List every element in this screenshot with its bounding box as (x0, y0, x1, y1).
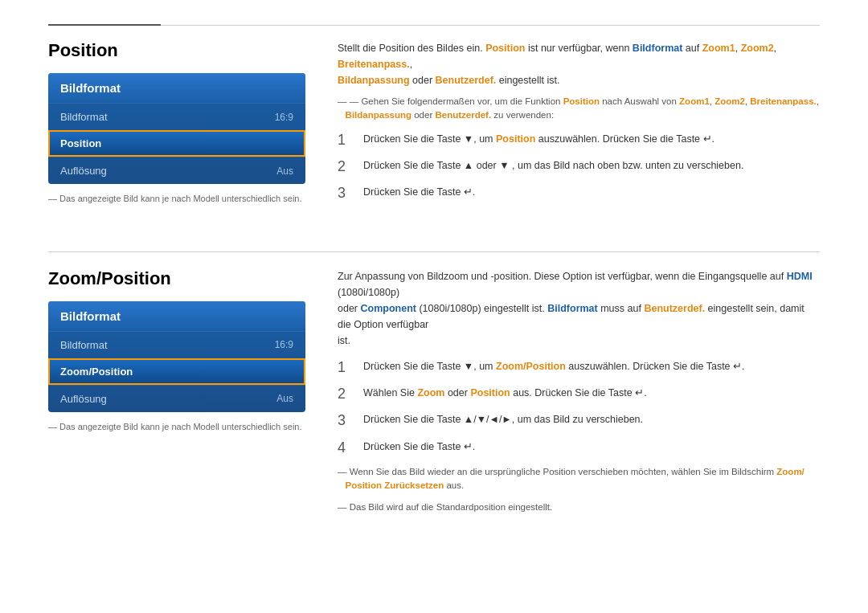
position-menu-label-position: Position (60, 137, 101, 149)
zoom-position-menu-label-bildformat: Bildformat (60, 339, 108, 351)
position-step-3-text: Drücken Sie die Taste ↵. (363, 184, 475, 200)
position-left-panel: Position Bildformat Bildformat 16:9 Posi… (48, 40, 305, 211)
position-sub-position: Position (563, 96, 600, 106)
position-step-1-text: Drücken Sie die Taste ▼, um Position aus… (363, 131, 714, 147)
position-step-1-highlight: Position (496, 133, 535, 145)
position-orange-label: Position (485, 43, 525, 54)
position-desc: Stellt die Position des Bildes ein. Posi… (338, 40, 820, 88)
zoom-position-right-panel: Zur Anpassung von Bildzoom und -position… (338, 268, 820, 521)
zoom-position-note: Das angezeigte Bild kann je nach Modell … (48, 422, 305, 431)
zoom-position-menu-value-bildformat: 16:9 (275, 339, 293, 350)
position-menu-header: Bildformat (48, 73, 305, 103)
zoom-position-menu-box: Bildformat Bildformat 16:9 Zoom/Position… (48, 301, 305, 412)
zoom-position-left-panel: Zoom/Position Bildformat Bildformat 16:9… (48, 268, 305, 521)
position-desc-bildformat: Bildformat (633, 43, 683, 54)
position-sub-benutz: Benutzerdef. (435, 110, 491, 120)
zoom-position-menu-item-zoom[interactable]: Zoom/Position (48, 358, 305, 385)
position-desc-bildanpass: Bildanpassung (338, 75, 410, 86)
zoom-position-title: Zoom/Position (48, 268, 305, 289)
position-desc-zoom1: Zoom1 (702, 43, 735, 54)
position-sub-zoom2: Zoom2 (714, 96, 745, 106)
zoom-position-step-3: 3 Drücken Sie die Taste ▲/▼/◄/►, um das … (338, 411, 820, 430)
position-step-2-text: Drücken Sie die Taste ▲ oder ▼ , um das … (363, 157, 743, 174)
position-step-1: 1 Drücken Sie die Taste ▼, um Position a… (338, 131, 820, 149)
short-rule (48, 24, 161, 26)
zoom-position-step-2: 2 Wählen Sie Zoom oder Position aus. Drü… (338, 385, 820, 403)
position-desc-breite: Breitenanpass. (338, 59, 410, 70)
zoom-position-menu-item-aufloesung[interactable]: Auflösung Aus (48, 385, 305, 412)
position-menu-item-bildformat[interactable]: Bildformat 16:9 (48, 103, 305, 130)
section-position: Position Bildformat Bildformat 16:9 Posi… (48, 40, 820, 211)
position-step-3-num: 3 (338, 184, 352, 202)
zoom-sub-note-1: ― Wenn Sie das Bild wieder an die ursprü… (338, 465, 820, 493)
position-steps: 1 Drücken Sie die Taste ▼, um Position a… (338, 131, 820, 203)
zoom-position-step-3-num: 3 (338, 411, 352, 430)
zoom-position-desc: Zur Anpassung von Bildzoom und -position… (338, 268, 820, 349)
zoom-position-step-2-text: Wählen Sie Zoom oder Position aus. Drück… (363, 385, 647, 401)
position-menu-label-aufloesung: Auflösung (60, 165, 107, 177)
zoom-desc-bildformat: Bildformat (547, 303, 598, 314)
section-divider (48, 251, 820, 252)
position-step-1-num: 1 (338, 131, 352, 149)
top-rule (48, 24, 820, 26)
zoom-position-step-1: 1 Drücken Sie die Taste ▼, um Zoom/Posit… (338, 358, 820, 377)
position-menu-item-position[interactable]: Position (48, 130, 305, 157)
position-step-3: 3 Drücken Sie die Taste ↵. (338, 184, 820, 202)
zoom-position-step-1-text: Drücken Sie die Taste ▼, um Zoom/Positio… (363, 358, 745, 374)
zoom-position-step-1-num: 1 (338, 358, 352, 377)
position-menu-label-bildformat: Bildformat (60, 111, 108, 123)
zoom-position-menu-item-bildformat[interactable]: Bildformat 16:9 (48, 331, 305, 358)
zoom-step-1-highlight: Zoom/Position (496, 361, 566, 372)
zoom-desc-component: Component (361, 303, 416, 314)
position-sub-zoom1: Zoom1 (679, 96, 710, 106)
position-note: Das angezeigte Bild kann je nach Modell … (48, 194, 305, 203)
zoom-step-2-zoom: Zoom (417, 387, 444, 398)
zoom-sub-note-2: ― Das Bild wird auf die Standardposition… (338, 500, 820, 514)
zoom-position-step-4-num: 4 (338, 439, 352, 457)
zoom-position-menu-label-zoom: Zoom/Position (60, 366, 133, 378)
zoom-position-step-3-text: Drücken Sie die Taste ▲/▼/◄/►, um das Bi… (363, 411, 643, 427)
long-rule (161, 25, 820, 26)
zoom-position-menu-value-aufloesung: Aus (276, 393, 293, 404)
position-menu-value-aufloesung: Aus (276, 166, 293, 177)
position-right-panel: Stellt die Position des Bildes ein. Posi… (338, 40, 820, 211)
zoom-position-step-2-num: 2 (338, 385, 352, 403)
position-sub-breite: Breitenanpass. (750, 96, 816, 106)
position-title: Position (48, 40, 305, 61)
zoom-desc-hdmi: HDMI (787, 271, 813, 282)
zoom-position-step-4-text: Drücken Sie die Taste ↵. (363, 439, 475, 455)
position-sub-note: ― Gehen Sie folgendermaßen vor, um die F… (338, 95, 820, 123)
zoom-sub-note-1-highlight: Zoom/ Position Zurücksetzen (338, 467, 805, 490)
zoom-step-2-position: Position (470, 387, 510, 398)
position-step-2-num: 2 (338, 157, 352, 176)
zoom-position-menu-header: Bildformat (48, 301, 305, 331)
position-desc-zoom2: Zoom2 (741, 43, 774, 54)
position-menu-item-aufloesung[interactable]: Auflösung Aus (48, 157, 305, 184)
position-desc-benutz: Benutzerdef. (436, 75, 497, 86)
section-zoom-position: Zoom/Position Bildformat Bildformat 16:9… (48, 268, 820, 521)
zoom-position-step-4: 4 Drücken Sie die Taste ↵. (338, 439, 820, 457)
position-menu-box: Bildformat Bildformat 16:9 Position Aufl… (48, 73, 305, 184)
position-menu-value-bildformat: 16:9 (275, 112, 293, 123)
zoom-position-menu-label-aufloesung: Auflösung (60, 393, 107, 405)
zoom-desc-benutz: Benutzerdef. (644, 303, 705, 314)
zoom-position-steps: 1 Drücken Sie die Taste ▼, um Zoom/Posit… (338, 358, 820, 458)
position-sub-bildanpass: Bildanpassung (346, 110, 411, 120)
position-step-2: 2 Drücken Sie die Taste ▲ oder ▼ , um da… (338, 157, 820, 176)
